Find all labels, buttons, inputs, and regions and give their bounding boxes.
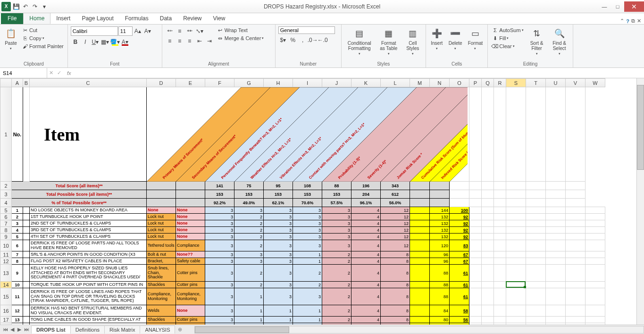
align-right-icon[interactable]: ≡	[185, 36, 194, 46]
row-header[interactable]: 4	[0, 199, 12, 207]
column-header[interactable]: D	[147, 79, 176, 87]
wrap-text-button[interactable]: ↩Wrap Text	[216, 26, 265, 34]
align-bottom-icon[interactable]: ⬵	[185, 26, 194, 36]
prev-sheet-icon[interactable]: ◀	[9, 326, 16, 333]
copy-button[interactable]: ⎘Copy▾	[21, 34, 65, 42]
row-header[interactable]: 6	[0, 214, 12, 220]
find-select-button[interactable]: 🔍Find & Select▾	[549, 26, 570, 57]
column-header[interactable]: C	[30, 79, 147, 87]
column-header[interactable]: I	[293, 79, 322, 87]
row-header[interactable]: 17	[0, 317, 12, 323]
worksheet-tab[interactable]: DROPS List	[31, 326, 71, 334]
column-header[interactable]: H	[264, 79, 293, 87]
delete-button[interactable]: ➖Delete▾	[447, 26, 464, 51]
column-header[interactable]: O	[450, 79, 469, 87]
insert-button[interactable]: ➕Insert▾	[429, 26, 445, 51]
conditional-formatting-button[interactable]: ▤Conditional Formatting▾	[344, 26, 375, 57]
column-header[interactable]: T	[526, 79, 546, 87]
row-header[interactable]: 7	[0, 220, 12, 227]
file-tab[interactable]: File	[1, 13, 23, 24]
ribbon-tab-view[interactable]: View	[208, 13, 231, 24]
save-icon[interactable]: 💾	[12, 2, 20, 11]
scrollbar-thumb[interactable]	[195, 326, 289, 333]
column-header[interactable]: G	[234, 79, 264, 87]
decrease-indent-icon[interactable]: ⇤	[195, 36, 204, 46]
cut-button[interactable]: ✂Cut	[21, 26, 65, 34]
increase-font-icon[interactable]: A▴	[133, 26, 142, 36]
column-header[interactable]: F	[205, 79, 234, 87]
merge-center-button[interactable]: ⇔Merge & Center▾	[216, 34, 265, 42]
ribbon-tab-home[interactable]: Home	[23, 13, 50, 24]
autosum-button[interactable]: ΣAutoSum▾	[491, 26, 524, 34]
italic-button[interactable]: I	[81, 37, 90, 47]
qat-dropdown-icon[interactable]: ▾	[40, 2, 49, 11]
increase-decimal-icon[interactable]: .0→	[308, 35, 318, 45]
name-box[interactable]: S14	[0, 68, 47, 78]
decrease-font-icon[interactable]: A▾	[143, 26, 152, 36]
percent-icon[interactable]: %	[288, 35, 298, 45]
comma-icon[interactable]: ,	[298, 35, 308, 45]
last-sheet-icon[interactable]: ⏭	[23, 326, 30, 333]
number-format-select[interactable]	[278, 26, 335, 34]
cell-styles-button[interactable]: ▥Cell Styles▾	[403, 26, 423, 57]
row-header[interactable]: 13	[0, 265, 12, 282]
new-sheet-icon[interactable]: ⊕	[175, 326, 185, 333]
bold-button[interactable]: B	[71, 37, 80, 47]
first-sheet-icon[interactable]: ⏮	[2, 326, 8, 333]
format-button[interactable]: ▭Format▾	[466, 26, 485, 51]
ribbon-tab-formulas[interactable]: Formulas	[119, 13, 154, 24]
border-button[interactable]: ▦▾	[100, 37, 110, 47]
worksheet-tab[interactable]: Risk Matrix	[104, 326, 140, 334]
ribbon-tab-insert[interactable]: Insert	[50, 13, 76, 24]
column-header[interactable]: R	[494, 79, 506, 87]
row-header[interactable]: 11	[0, 251, 12, 258]
paste-button[interactable]: 📋 Paste ▾	[3, 26, 19, 51]
fill-color-button[interactable]: 🪣▾	[110, 37, 120, 47]
vertical-scrollbar[interactable]	[636, 78, 644, 325]
row-header[interactable]: 8	[0, 227, 12, 234]
clear-button[interactable]: ⌫Clear▾	[491, 42, 524, 50]
font-size-input[interactable]	[118, 26, 133, 36]
cancel-formula-icon[interactable]: ✕	[47, 70, 55, 76]
column-header[interactable]: A	[12, 79, 23, 87]
column-header[interactable]: M	[410, 79, 430, 87]
column-header[interactable]: K	[351, 79, 381, 87]
spreadsheet-grid[interactable]: ABCDEFGHIJKLMNOPQRSTUVW 1No.ItemPrimary …	[0, 78, 644, 325]
undo-icon[interactable]: ↶	[21, 2, 30, 11]
row-header[interactable]: 15	[0, 288, 12, 305]
row-header[interactable]: 14	[0, 282, 12, 288]
underline-button[interactable]: U▾	[91, 37, 100, 47]
column-header[interactable]: L	[381, 79, 410, 87]
minimize-button[interactable]: —	[598, 1, 611, 12]
orientation-icon[interactable]: ⤡▾	[195, 26, 204, 36]
row-header[interactable]: 2	[0, 182, 12, 190]
row-header[interactable]: 10	[0, 240, 12, 251]
column-header[interactable]: W	[585, 79, 605, 87]
help-icon[interactable]: ?	[626, 18, 629, 24]
row-header[interactable]: 1	[0, 87, 12, 182]
close-button[interactable]: ✕	[624, 1, 644, 12]
scrollbar-thumb[interactable]	[637, 85, 644, 170]
row-header[interactable]: 9	[0, 234, 12, 240]
maximize-button[interactable]: □	[611, 1, 624, 12]
format-painter-button[interactable]: 🖌Format Painter	[21, 42, 65, 50]
column-header[interactable]: V	[566, 79, 585, 87]
currency-icon[interactable]: $▾	[278, 35, 288, 45]
select-all-corner[interactable]	[0, 79, 12, 87]
worksheet-tab[interactable]: Definitions	[70, 326, 105, 334]
column-header[interactable]: J	[322, 79, 351, 87]
row-header[interactable]: 5	[0, 207, 12, 214]
enter-formula-icon[interactable]: ✓	[55, 70, 63, 76]
close-workbook-icon[interactable]: ✕	[637, 18, 641, 24]
sort-filter-button[interactable]: ⇅Sort & Filter▾	[527, 26, 547, 57]
align-center-icon[interactable]: ≡	[175, 36, 184, 46]
ribbon-tab-data[interactable]: Data	[154, 13, 177, 24]
font-name-input[interactable]	[71, 26, 118, 36]
fx-icon[interactable]: fx	[63, 70, 75, 76]
horizontal-scrollbar[interactable]	[194, 326, 644, 334]
increase-indent-icon[interactable]: ⇥	[205, 36, 214, 46]
column-header[interactable]: U	[546, 79, 566, 87]
redo-icon[interactable]: ↷	[31, 2, 39, 11]
fill-button[interactable]: ⬇Fill▾	[491, 34, 524, 42]
format-as-table-button[interactable]: ▦Format as Table▾	[376, 26, 401, 57]
